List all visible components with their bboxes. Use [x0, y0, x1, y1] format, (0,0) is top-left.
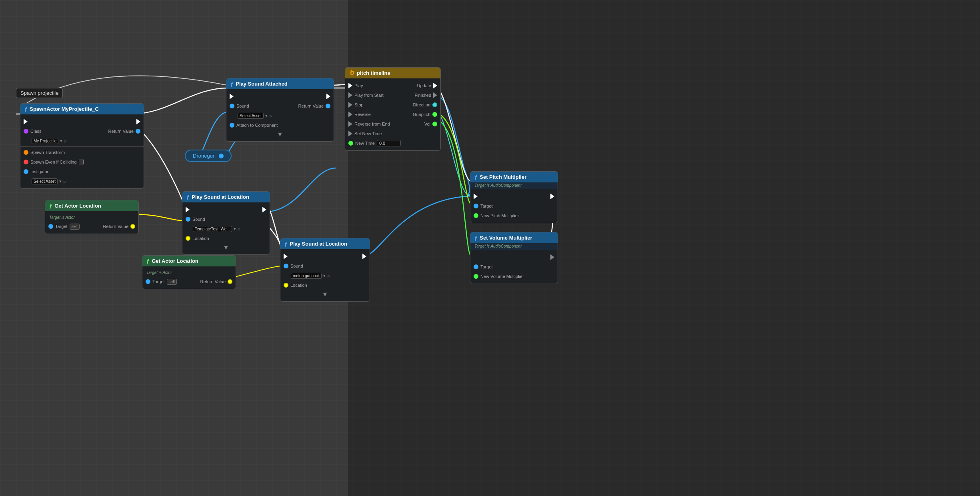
psl-bot-search[interactable]: ⌕	[327, 273, 330, 278]
pt-newtime-input[interactable]: 0.0	[377, 140, 401, 146]
psl-top-exec-out[interactable]	[262, 207, 266, 212]
psl-top-exec-row	[182, 205, 270, 214]
psl-bot-location-pin[interactable]	[284, 283, 288, 288]
gal-top-target-pin[interactable]	[48, 224, 53, 229]
spm-header: ƒ Set Pitch Multiplier	[470, 172, 558, 182]
pitch-timeline-node[interactable]: ⏱ pitch timeline Play Update Play from S…	[345, 67, 441, 151]
get-actor-location-bottom-node[interactable]: ƒ Get Actor Location Target is Actor Tar…	[142, 255, 236, 289]
gal-bot-header: ƒ Get Actor Location	[142, 256, 236, 266]
spm-exec-in[interactable]	[474, 194, 478, 199]
psl-bot-arrow[interactable]: ▾	[323, 273, 326, 278]
spm-pitch-pin[interactable]	[474, 213, 478, 218]
psa-exec-row	[226, 92, 334, 101]
pt-play-in[interactable]	[348, 83, 352, 88]
pitch-timeline-header: ⏱ pitch timeline	[345, 68, 440, 78]
psl-bot-sound-pin[interactable]	[284, 264, 288, 268]
psl-top-exec-in[interactable]	[186, 207, 190, 212]
dronegun-node[interactable]: Dronegun	[185, 150, 232, 162]
psl-bot-sound-value-row: melon.guncock ▾ ⌕	[280, 271, 370, 280]
pt-gunpitch-out[interactable]	[432, 112, 437, 117]
psa-sound-pin[interactable]	[230, 104, 234, 108]
psl-bot-location-row: Location	[280, 280, 370, 290]
play-sound-attached-header: ƒ Play Sound Attached	[226, 78, 334, 89]
pt-icon: ⏱	[349, 70, 354, 76]
play-sound-location-top-node[interactable]: ƒ Play Sound at Location Sound TemplateT…	[182, 191, 270, 255]
spawn-actor-header: ƒ SpawnActor MyProjectile_C	[20, 104, 144, 114]
pt-reverse-in[interactable]	[348, 112, 352, 117]
spawn-colliding-pin[interactable]	[24, 160, 28, 164]
gal-top-header: ƒ Get Actor Location	[45, 200, 138, 211]
pt-newtime-pin[interactable]	[348, 141, 353, 146]
svm-target-row: Target	[470, 262, 558, 272]
pt-vol-out[interactable]	[432, 122, 437, 126]
pt-rev-end-row: Reverse from End Vol	[345, 119, 440, 129]
svm-header: ƒ Set Volume Multiplier	[470, 232, 558, 243]
play-sound-location-bottom-node[interactable]: ƒ Play Sound at Location Sound melon.gun…	[280, 238, 370, 302]
psl-top-sound-pin[interactable]	[186, 217, 190, 222]
class-pin[interactable]	[24, 129, 28, 134]
pt-update-out[interactable]	[433, 83, 437, 88]
pt-rev-end-in[interactable]	[348, 121, 352, 127]
spawn-actor-body: Class Return Value My Projectile ▾ ⌕ Spa…	[20, 114, 144, 188]
get-actor-location-top-node[interactable]: ƒ Get Actor Location Target is Actor Tar…	[45, 200, 139, 234]
psl-top-expand[interactable]: ▼	[182, 243, 270, 252]
pt-play-start-in[interactable]	[348, 92, 352, 98]
psa-return-pin[interactable]	[326, 104, 330, 108]
pt-direction-out[interactable]	[432, 102, 437, 107]
spawn-colliding-checkbox[interactable]	[79, 160, 84, 164]
spm-target-pin[interactable]	[474, 204, 478, 208]
psl-top-sound-row: Sound	[182, 214, 270, 224]
svm-exec-out[interactable]	[550, 254, 554, 260]
psa-sound-search[interactable]: ⌕	[269, 113, 272, 118]
instigator-search[interactable]: ⌕	[63, 179, 66, 184]
spawn-instigator-value-row: Select Asset ▾ ⌕	[20, 176, 144, 186]
gal-top-return-pin[interactable]	[130, 224, 135, 229]
psa-expand[interactable]: ▼	[226, 130, 334, 139]
pt-set-time-in[interactable]	[348, 131, 352, 136]
pt-stop-in[interactable]	[348, 102, 352, 108]
psl-bot-exec-out[interactable]	[362, 254, 366, 259]
psa-sound-arrow[interactable]: ▾	[265, 113, 268, 118]
spawn-actor-exec-out-pin[interactable]	[136, 119, 140, 124]
svm-icon: ƒ	[474, 235, 477, 241]
spm-exec-out[interactable]	[550, 194, 554, 199]
psl-top-arrow[interactable]: ▾	[234, 226, 236, 232]
psa-attach-pin[interactable]	[230, 123, 234, 128]
gal-bot-icon: ƒ	[146, 258, 149, 264]
spawn-actor-return-pin[interactable]	[136, 129, 140, 134]
spm-target-row: Target	[470, 201, 558, 211]
pt-finished-out[interactable]	[433, 92, 437, 98]
gal-bot-return-pin[interactable]	[228, 279, 232, 284]
svm-exec-row	[470, 252, 558, 262]
psl-bot-expand[interactable]: ▼	[280, 290, 370, 299]
pt-new-time-row: New Time 0.0	[345, 138, 440, 148]
psl-top-search[interactable]: ⌕	[238, 226, 240, 231]
psl-top-location-pin[interactable]	[186, 236, 190, 241]
spawn-actor-exec-in-pin[interactable]	[24, 119, 28, 124]
spm-icon: ƒ	[474, 174, 477, 180]
spm-body: Target New Pitch Multiplier	[470, 189, 558, 223]
psa-sound-value-row: Select Asset ▾ ⌕	[226, 111, 334, 120]
class-arrow[interactable]: ▾	[60, 138, 62, 144]
gal-top-icon: ƒ	[49, 203, 52, 209]
spawn-transform-pin[interactable]	[24, 150, 28, 155]
class-search[interactable]: ⌕	[64, 138, 67, 143]
instigator-arrow[interactable]: ▾	[59, 179, 62, 184]
pt-reverse-row: Reverse Gunpitch	[345, 110, 440, 119]
gal-bot-target-pin[interactable]	[146, 279, 150, 284]
set-pitch-multiplier-node[interactable]: ƒ Set Pitch Multiplier Target is AudioCo…	[470, 171, 558, 223]
psl-bot-exec-in[interactable]	[284, 254, 288, 259]
instigator-pin[interactable]	[24, 169, 28, 174]
pt-set-time-row: Set New Time	[345, 129, 440, 138]
spawn-actor-class-row: Class Return Value	[20, 126, 144, 136]
psa-exec-in[interactable]	[230, 94, 234, 99]
spawn-label: Spawn projectile	[16, 88, 63, 98]
set-volume-multiplier-node[interactable]: ƒ Set Volume Multiplier Target is AudioC…	[470, 232, 558, 284]
svm-target-pin[interactable]	[474, 264, 478, 269]
svm-volume-pin[interactable]	[474, 274, 478, 279]
dronegun-out-pin[interactable]	[219, 154, 224, 158]
psa-attach-row: Attach to Component	[226, 120, 334, 130]
spawn-actor-node[interactable]: ƒ SpawnActor MyProjectile_C Class Return…	[20, 103, 144, 189]
play-sound-attached-node[interactable]: ƒ Play Sound Attached Sound Return Value…	[226, 78, 334, 142]
psa-exec-out[interactable]	[326, 94, 330, 99]
